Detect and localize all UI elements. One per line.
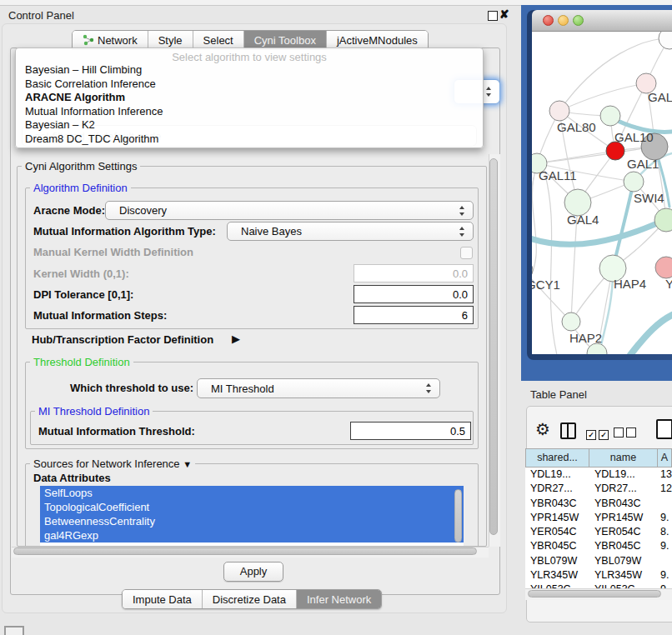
dpi-tolerance-label: DPI Tolerance [0,1]: <box>33 288 133 301</box>
table-header: shared... name A <box>525 448 672 468</box>
dpi-tolerance-field[interactable] <box>354 285 474 303</box>
table-cell: YBR043C <box>525 497 589 511</box>
network-node[interactable] <box>549 101 569 121</box>
network-node[interactable] <box>659 32 672 49</box>
attribute-item[interactable]: SelfLoops <box>40 486 464 500</box>
table-row[interactable]: YPR145WYPR145W9. <box>525 511 672 525</box>
zoom-traffic-light[interactable] <box>573 15 584 26</box>
popup-hint: Select algorithm to view settings <box>16 48 483 63</box>
table-cell: YBR045C <box>589 539 658 553</box>
tab-select[interactable]: Select <box>193 31 243 49</box>
table-row[interactable]: YBR043CYBR043C <box>525 497 672 511</box>
mi-type-combo[interactable]: Naive Bayes <box>227 222 474 241</box>
sources-title[interactable]: Sources for Network Inference ▼ <box>30 458 195 470</box>
manual-kernel-checkbox[interactable] <box>460 247 473 259</box>
attribute-item[interactable]: TopologicalCoefficient <box>40 500 464 514</box>
table-cell: 9. <box>658 539 672 553</box>
tab-cyni-toolbox-label: Cyni Toolbox <box>254 34 316 47</box>
apply-button[interactable]: Apply <box>223 562 283 582</box>
table-row[interactable]: YER054CYER054C8. <box>525 525 672 539</box>
hub-definition-label[interactable]: Hub/Transcription Factor Definition <box>32 333 213 346</box>
node-label: Y <box>665 277 672 291</box>
mi-steps-label: Mutual Information Steps: <box>33 309 167 322</box>
network-node[interactable] <box>562 312 580 331</box>
algorithm-option[interactable]: Dream8 DC_TDC Algorithm <box>16 132 483 147</box>
which-threshold-combo[interactable]: MI Threshold <box>197 378 440 398</box>
settings-hscrollbar-thumb[interactable] <box>13 548 477 555</box>
network-node-selected[interactable] <box>606 142 624 160</box>
algorithm-option[interactable]: Bayesian – Hill Climbing <box>16 63 483 78</box>
table-row[interactable]: YDR27...YDR27...12 <box>525 482 672 496</box>
tab-cyni-toolbox[interactable]: Cyni Toolbox <box>243 31 326 49</box>
table-row[interactable]: YBR045CYBR045C9. <box>525 539 672 553</box>
node-label: GAL4 <box>567 212 599 227</box>
tab-network[interactable]: Network <box>73 31 148 49</box>
kernel-width-field[interactable] <box>354 264 474 282</box>
aracne-mode-combo[interactable]: Discovery <box>105 201 474 220</box>
table-cell: YBL079W <box>589 554 658 568</box>
show-columns-icon[interactable]: ✓✓ <box>586 426 611 441</box>
expand-right-icon[interactable]: ▶ <box>232 332 240 345</box>
tab-style[interactable]: Style <box>148 31 193 49</box>
data-attributes-list[interactable]: SelfLoopsTopologicalCoefficientBetweenne… <box>40 486 464 546</box>
close-traffic-light[interactable] <box>543 15 554 26</box>
tab-jactivemnodules-label: jActiveMNodules <box>337 34 418 47</box>
table-row[interactable]: YIL053CYIL053C9 <box>525 582 672 588</box>
table-cell: YBR043C <box>589 497 658 511</box>
network-window-titlebar[interactable] <box>532 10 672 32</box>
network-node[interactable] <box>624 172 644 192</box>
tab-infer-network[interactable]: Infer Network <box>296 590 381 608</box>
table-cell: YPR145W <box>589 511 658 525</box>
algorithm-option[interactable]: Mutual Information Inference <box>16 105 483 119</box>
sources-title-text: Sources for Network Inference <box>33 458 180 470</box>
minimize-traffic-light[interactable] <box>558 15 569 26</box>
export-table-icon[interactable] <box>656 419 672 439</box>
algorithm-dropdown-popup: Select algorithm to view settings Bayesi… <box>15 48 484 148</box>
manual-kernel-label: Manual Kernel Width Definition <box>33 246 193 258</box>
minimized-panel-icon[interactable] <box>4 626 24 635</box>
mi-threshold-field[interactable] <box>350 422 471 440</box>
column-header[interactable]: name <box>589 448 658 468</box>
mi-steps-field[interactable] <box>354 306 474 324</box>
column-header[interactable]: shared... <box>525 448 589 468</box>
table-row[interactable]: YBL079WYBL079W <box>525 554 672 568</box>
table-cell <box>658 554 672 568</box>
network-node[interactable] <box>654 208 672 232</box>
stepper-arrows-icon <box>459 206 465 216</box>
column-view-icon[interactable] <box>560 422 576 439</box>
table-cell: YDL19... <box>525 468 589 482</box>
column-header[interactable]: A <box>658 448 672 468</box>
node-labels: GAL GAL80 GAL10 GAL1 GAL11 SWI4 GAL4 GCY… <box>532 90 672 345</box>
algorithm-option[interactable]: ARACNE Algorithm <box>16 91 483 105</box>
hide-columns-icon[interactable] <box>614 426 639 441</box>
stepper-arrows-icon <box>459 227 465 237</box>
algorithm-option[interactable]: Bayesian – K2 <box>16 118 483 132</box>
attribute-item[interactable]: gal4RGexp <box>40 528 464 542</box>
tab-select-label: Select <box>203 34 233 47</box>
node-label: GAL11 <box>539 168 577 182</box>
float-window-icon[interactable] <box>488 11 498 21</box>
network-node[interactable] <box>600 106 620 126</box>
node-label: GAL80 <box>557 120 596 134</box>
tab-jactivemnodules[interactable]: jActiveMNodules <box>326 31 428 49</box>
close-icon[interactable]: ✘ <box>499 8 509 21</box>
attribute-item[interactable]: BetweennessCentrality <box>40 514 464 528</box>
node-label: GAL <box>648 90 672 104</box>
table-row[interactable]: YLR345WYLR345W9. <box>525 568 672 582</box>
network-canvas[interactable]: GAL GAL80 GAL10 GAL1 GAL11 SWI4 GAL4 GCY… <box>532 32 672 354</box>
attributes-list-scrollbar[interactable] <box>454 489 462 542</box>
tab-impute-data[interactable]: Impute Data <box>123 590 202 608</box>
table-row[interactable]: YDL19...YDL19...13 <box>525 468 672 482</box>
algorithm-option[interactable]: Basic Correlation Inference <box>16 78 483 92</box>
network-view-window[interactable]: GAL GAL80 GAL10 GAL1 GAL11 SWI4 GAL4 GCY… <box>527 10 672 360</box>
table-hscrollbar-thumb[interactable] <box>528 590 661 598</box>
settings-gear-icon[interactable]: ⚙ <box>535 419 550 439</box>
control-panel-title: Control Panel <box>8 9 74 22</box>
network-node[interactable] <box>532 261 533 279</box>
mi-type-value: Naive Bayes <box>241 225 302 238</box>
tab-discretize-data[interactable]: Discretize Data <box>202 590 296 608</box>
table-cell: 9. <box>658 568 672 582</box>
settings-vscrollbar-thumb[interactable] <box>489 158 498 535</box>
table-cell: YIL053C <box>589 582 658 588</box>
network-node[interactable] <box>655 257 672 278</box>
